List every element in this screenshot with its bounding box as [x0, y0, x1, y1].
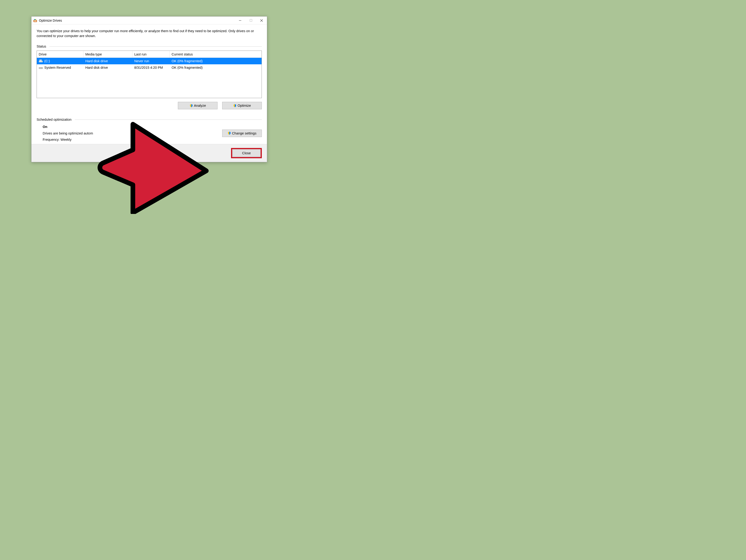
- window-title: Optimize Drives: [39, 19, 62, 22]
- shield-icon: [233, 104, 237, 108]
- app-icon: [33, 19, 37, 22]
- minimize-button[interactable]: [235, 17, 246, 25]
- shield-icon: [190, 104, 193, 108]
- column-header-status[interactable]: Current status: [170, 51, 262, 58]
- drive-icon: [39, 66, 43, 69]
- scheduled-label: Scheduled optimization: [37, 118, 75, 121]
- analyze-button[interactable]: Analyze: [178, 102, 218, 109]
- drive-status: OK (0% fragmented): [170, 64, 262, 71]
- drive-media: Hard disk drive: [83, 64, 133, 71]
- column-header-drive[interactable]: Drive: [37, 51, 83, 58]
- titlebar: Optimize Drives: [31, 17, 267, 25]
- dialog-footer: Close: [31, 144, 267, 162]
- change-settings-button[interactable]: Change settings: [222, 129, 262, 137]
- svg-point-10: [42, 61, 42, 62]
- drive-last: 8/31/2015 4:20 PM: [133, 64, 170, 71]
- close-button[interactable]: Close: [232, 149, 260, 157]
- optimize-label: Optimize: [237, 104, 251, 108]
- column-header-media[interactable]: Media type: [83, 51, 133, 58]
- svg-rect-2: [34, 19, 35, 20]
- drive-media: Hard disk drive: [83, 58, 133, 64]
- close-label: Close: [242, 151, 251, 155]
- scheduled-state: On: [42, 124, 262, 130]
- close-button-highlight: Close: [231, 148, 262, 158]
- column-header-last[interactable]: Last run: [133, 51, 170, 58]
- drive-row[interactable]: System Reserved Hard disk drive 8/31/201…: [37, 64, 262, 71]
- drive-icon: [39, 59, 43, 63]
- drive-name: (C:): [44, 59, 50, 63]
- drive-status: OK (0% fragmented): [170, 58, 262, 64]
- svg-rect-5: [250, 19, 252, 22]
- status-label: Status: [37, 45, 50, 48]
- drive-last: Never run: [133, 58, 170, 64]
- table-header: Drive Media type Last run Current status: [37, 51, 262, 58]
- svg-rect-9: [39, 60, 42, 61]
- description-text: You can optimize your drives to help you…: [37, 29, 260, 38]
- drive-name: System Reserved: [44, 66, 71, 69]
- analyze-label: Analyze: [194, 104, 206, 108]
- maximize-button[interactable]: [246, 17, 256, 25]
- optimize-button[interactable]: Optimize: [222, 102, 262, 109]
- action-buttons: Analyze Optimize: [37, 102, 262, 109]
- status-section-header: Status: [37, 45, 262, 48]
- optimize-drives-window: Optimize Drives You can optimize your dr…: [31, 16, 267, 162]
- svg-point-13: [42, 68, 42, 68]
- drives-table[interactable]: Drive Media type Last run Current status…: [37, 51, 262, 98]
- svg-rect-1: [34, 21, 36, 22]
- drive-row[interactable]: (C:) Hard disk drive Never run OK (0% fr…: [37, 58, 262, 64]
- svg-rect-3: [35, 19, 36, 20]
- scheduled-section-header: Scheduled optimization: [37, 118, 262, 121]
- close-window-button[interactable]: [256, 17, 267, 25]
- scheduled-frequency: Frequency: Weekly: [42, 137, 262, 143]
- shield-icon: [228, 131, 231, 135]
- svg-rect-12: [39, 68, 42, 68]
- change-settings-label: Change settings: [232, 131, 256, 135]
